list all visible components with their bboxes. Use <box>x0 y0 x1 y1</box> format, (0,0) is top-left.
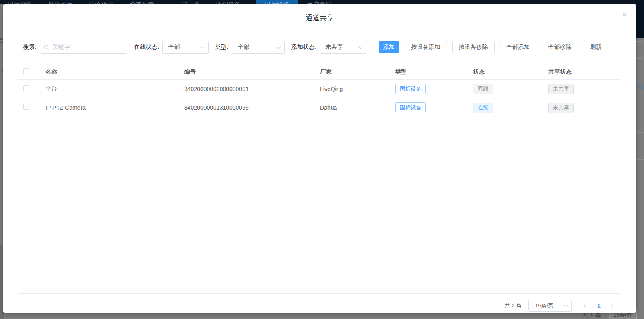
refresh-button[interactable]: 刷新 <box>584 41 608 53</box>
tab-pull-proxy[interactable]: 拉流代理 <box>89 0 113 4</box>
top-nav-bar: 国标设备 推流列表 拉流代理 通道配置 云端录像 计划任务 国标级联 用户管理 <box>0 0 644 4</box>
next-page-button[interactable] <box>606 300 617 312</box>
row-checkbox[interactable] <box>23 104 29 110</box>
online-status-select[interactable]: 全部 <box>162 41 209 54</box>
search-placeholder: 关键字 <box>53 43 70 51</box>
underlay-navy-strip <box>636 0 644 38</box>
cell-vendor: Dahua <box>320 104 395 111</box>
column-header-name: 名称 <box>46 68 184 76</box>
type-label: 类型: <box>215 43 228 51</box>
underlay-left-marks <box>0 38 3 45</box>
table-row: IP PTZ Camera 34020000001310000055 Dahua… <box>18 98 621 117</box>
chevron-left-icon <box>584 303 589 308</box>
tab-user-manage[interactable]: 用户管理 <box>307 0 332 4</box>
cell-vendor: LiveQing <box>320 86 395 92</box>
underlay-left-box <box>0 68 3 73</box>
prev-page-button[interactable] <box>581 300 592 312</box>
chevron-right-icon <box>609 303 613 308</box>
add-button[interactable]: 添加 <box>379 41 399 53</box>
table-header-row: 名称 编号 厂家 类型 状态 共享状态 <box>18 65 621 80</box>
dialog-title: 通道共享 <box>3 13 636 23</box>
tab-plan-task[interactable]: 计划任务 <box>216 0 240 4</box>
chevron-down-icon <box>358 44 363 49</box>
column-header-share-status: 共享状态 <box>548 68 621 76</box>
share-status-badge[interactable]: 未共享 <box>548 84 574 94</box>
search-label: 搜索: <box>23 43 36 51</box>
chevron-down-icon <box>200 44 204 49</box>
search-icon <box>44 45 49 50</box>
page-number[interactable]: 1 <box>592 302 606 309</box>
page-size-value: 15条/页 <box>535 302 553 309</box>
add-all-button[interactable]: 全部添加 <box>500 41 536 53</box>
underlay-row-line <box>636 159 644 160</box>
status-badge: 在线 <box>473 103 493 113</box>
underlay-row-band <box>636 84 644 90</box>
underlay-row-line <box>636 106 644 106</box>
tab-gb-cascade-active[interactable]: 国标级联 <box>256 0 298 4</box>
column-header-status: 状态 <box>473 68 548 76</box>
tab-push-list[interactable]: 推流列表 <box>48 0 73 4</box>
tab-label: 通道配置 <box>129 1 154 4</box>
total-count: 共 2 条 <box>505 302 521 309</box>
remove-by-device-button[interactable]: 按设备移除 <box>452 41 495 53</box>
add-status-select[interactable]: 未共享 <box>320 41 367 54</box>
cell-code: 34020000001310000055 <box>184 104 320 111</box>
dialog-footer: 共 2 条 15条/页 1 <box>3 293 636 313</box>
search-input[interactable]: 关键字 <box>40 41 127 54</box>
underlay-row-line <box>636 132 644 133</box>
status-badge: 离线 <box>473 84 493 94</box>
add-status-label: 添加状态: <box>291 43 316 51</box>
share-status-badge[interactable]: 未共享 <box>548 103 574 113</box>
online-status-label: 在线状态: <box>134 43 159 51</box>
chevron-down-icon <box>564 302 568 307</box>
table-row: 平台 34020000002000000001 LiveQing 国标设备 离线… <box>18 80 621 98</box>
filter-bar: 搜索: 关键字 在线状态: 全部 类型: 全部 添加状态: 未共享 添加 按设备… <box>3 41 636 54</box>
cell-name: IP PTZ Camera <box>46 104 184 111</box>
add-status-value: 未共享 <box>326 43 343 51</box>
close-icon[interactable]: ✕ <box>620 10 630 20</box>
chevron-down-icon <box>276 44 280 49</box>
channel-share-dialog: ✕ 通道共享 搜索: 关键字 在线状态: 全部 类型: 全部 添加状态: 未共享… <box>3 4 636 313</box>
page-size-select[interactable]: 15条/页 <box>528 300 572 312</box>
tab-gb-devices[interactable]: 国标设备 <box>7 0 32 4</box>
column-header-code: 编号 <box>184 68 320 76</box>
pagination: 共 2 条 15条/页 1 <box>3 294 636 313</box>
online-status-value: 全部 <box>168 43 180 51</box>
column-header-vendor: 厂家 <box>320 68 395 76</box>
select-all-checkbox[interactable] <box>23 68 29 74</box>
remove-all-button[interactable]: 全部移除 <box>542 41 578 53</box>
type-badge: 国标设备 <box>395 102 426 113</box>
cell-name: 平台 <box>46 85 184 93</box>
tab-cloud-record[interactable]: 云端录像 <box>175 0 200 4</box>
type-select[interactable]: 全部 <box>232 41 285 54</box>
add-by-device-button[interactable]: 按设备添加 <box>405 41 447 53</box>
cell-code: 34020000002000000001 <box>184 86 320 92</box>
row-checkbox[interactable] <box>23 85 29 91</box>
column-header-type: 类型 <box>395 68 473 76</box>
channels-table: 名称 编号 厂家 类型 状态 共享状态 平台 34020000002000000… <box>18 65 621 117</box>
tab-channel-config[interactable]: 通道配置 <box>129 0 159 4</box>
type-badge: 国标设备 <box>395 84 426 94</box>
type-value: 全部 <box>238 43 250 51</box>
